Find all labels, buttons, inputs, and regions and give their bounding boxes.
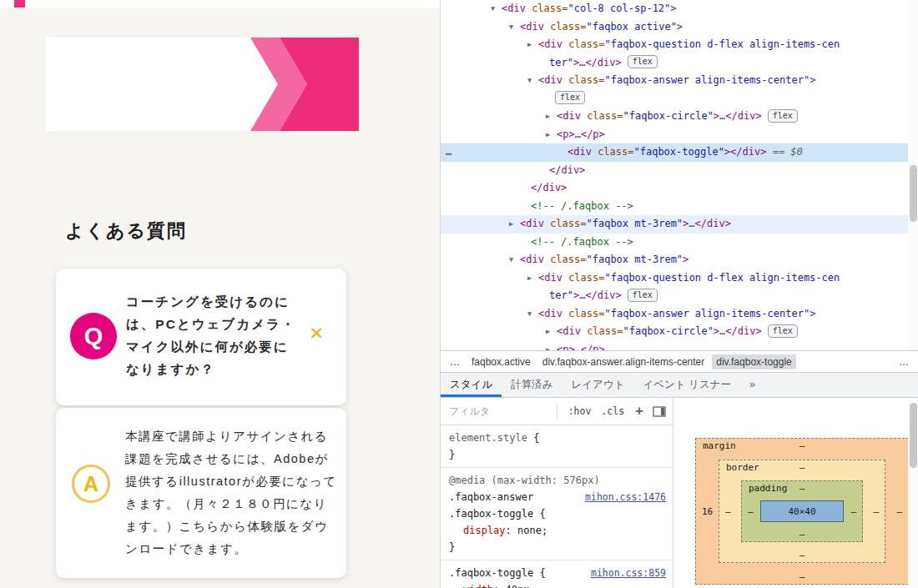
tree-row[interactable]: ▶<p>…</p> [441,126,908,144]
new-style-rule-button[interactable]: + [635,403,643,420]
tree-row[interactable]: ter">…</div>flex [441,54,908,73]
tree-row[interactable]: ▶<div class="faqbox-question d-flex alig… [441,36,908,54]
tree-row[interactable]: ▶<div class="faqbox-circle">…</div>flex [441,323,908,341]
elements-scrollbar[interactable] [908,0,918,350]
toolbar-divider [557,405,557,418]
flex-badge[interactable]: flex [628,289,658,302]
margin-bottom-value: – [696,571,908,582]
margin-left-value: 16 [702,506,713,517]
breadcrumb-item[interactable]: div.faqbox-toggle [712,354,796,369]
tree-row[interactable]: ▼<div class="faqbox active"> [441,18,908,37]
scrollbar-thumb[interactable] [910,165,917,222]
collapse-arrow-icon[interactable]: ▼ [509,18,520,37]
tree-row[interactable]: ▼<div class="faqbox-answer align-items-c… [441,305,908,324]
tree-row[interactable]: </div> [441,162,908,180]
stylesheet-link[interactable]: mihon.css:1476 [585,489,666,505]
flex-badge[interactable]: flex [628,55,658,68]
box-model-padding[interactable]: padding – – – – 40×40 [741,480,863,542]
border-left-value: – [725,506,731,517]
flex-badge[interactable]: flex [768,109,798,123]
breadcrumb-item[interactable]: … [446,354,464,369]
close-icon[interactable]: ✕ [309,324,324,344]
tree-row[interactable]: ▼<div class="faqbox-answer align-items-c… [441,72,908,90]
style-rule-line[interactable]: width: 40px; [449,581,666,588]
border-right-value: – [873,506,879,517]
toolbar-buttons: :hov.cls+ [563,403,649,420]
collapse-arrow-icon[interactable]: ▼ [509,251,520,269]
expand-arrow-icon[interactable]: ▶ [527,36,538,54]
flex-badge[interactable]: flex [555,91,585,104]
expand-arrow-icon[interactable]: ▶ [509,215,520,234]
style-rule-line[interactable]: element.style { [449,430,666,446]
stylesheet-link[interactable]: mihon.css:859 [591,565,666,581]
question-badge: Q [70,313,117,359]
tree-row[interactable]: <!-- /.faqbox --> [441,234,908,252]
styles-filter-input[interactable] [441,405,551,417]
expand-arrow-icon[interactable]: ▶ [527,269,538,288]
style-rule-line[interactable]: mihon.css:859.faqbox-toggle { [449,565,666,581]
breadcrumb-item[interactable]: faqbox.active [467,354,535,369]
box-model-content[interactable]: 40×40 [760,500,844,522]
tree-row[interactable]: ▶<div class="faqbox-circle">…</div>flex [441,108,908,126]
collapse-arrow-icon[interactable]: ▼ [527,305,538,324]
margin-right-value: – [896,506,902,517]
expand-arrow-icon[interactable]: ▶ [546,126,557,144]
tree-row[interactable]: </div> [441,179,908,198]
sidebar-tab[interactable]: レイアウト [562,373,633,397]
question-text: コーチングを受けるのには、PCとウェブカメラ・マイク以外に何が必要になりますか？ [126,290,298,380]
border-bottom-value: – [719,550,885,560]
tree-row[interactable]: <!-- /.faqbox --> [441,198,908,216]
box-model-margin[interactable]: margin – – 16 – border – – – – padding –… [695,438,909,585]
style-rule-line[interactable]: mihon.css:1476.faqbox-answer [449,489,666,505]
tree-row[interactable]: ter">…</div>flex [441,287,908,305]
style-rule-line[interactable]: } [449,446,666,463]
row-actions-icon[interactable]: … [446,143,451,162]
devtools-panel: ▼<div class="col-8 col-sp-12">▼<div clas… [440,0,918,588]
faq-page: よくある質問 Q コーチングを受けるのには、PCとウェブカメラ・マイク以外に何が… [0,0,440,588]
page-top-strip [0,0,440,8]
tree-row[interactable]: flex [441,90,908,108]
collapse-arrow-icon[interactable]: ▼ [491,0,502,18]
tree-row[interactable]: ▼<div class="col-8 col-sp-12"> [441,0,908,18]
sidebar-tab[interactable]: イベント リスナー [633,373,740,397]
style-rule-line[interactable]: display: none; [449,522,666,539]
flex-badge[interactable]: flex [768,324,798,338]
tree-row[interactable]: ▶<p>…</p> [441,341,908,351]
sidebar-tab[interactable]: 計算済み [502,373,562,397]
sidebar-tab[interactable]: スタイル [441,373,502,397]
breadcrumb: …faqbox.activediv.faqbox-answer.align-it… [441,350,918,372]
page-title: よくある質問 [65,219,187,244]
style-rule: mihon.css:859.faqbox-toggle {width: 40px… [441,560,673,588]
padding-top-value: – [742,483,862,494]
content-size-value: 40×40 [788,506,815,517]
style-rule-line[interactable]: } [449,539,666,555]
box-model-scrollbar[interactable] [908,398,918,588]
elements-tree: ▼<div class="col-8 col-sp-12">▼<div clas… [441,0,908,350]
margin-top-value: – [696,440,908,451]
style-rule-line[interactable]: @media (max-width: 576px) [449,472,666,489]
tree-row[interactable]: ▶<div class="faqbox-question d-flex alig… [441,269,908,288]
style-rule-line[interactable]: .faqbox-toggle { [449,505,666,522]
styles-rules: element.style {}@media (max-width: 576px… [441,425,673,588]
collapse-arrow-icon[interactable]: ▼ [527,72,538,90]
tree-row[interactable]: …<div class="faqbox-toggle"></div> == $0 [441,143,908,162]
breadcrumb-item[interactable]: div.faqbox-answer.align-items-center [538,354,709,369]
expand-arrow-icon[interactable]: ▶ [546,323,557,341]
tree-row[interactable]: ▼<div class="faqbox mt-3rem"> [441,251,908,269]
box-model-border[interactable]: border – – – – padding – – – – 40×40 [719,460,885,563]
style-rule: element.style {} [441,425,673,468]
expand-arrow-icon[interactable]: ▶ [546,341,557,351]
padding-bottom-value: – [742,529,862,540]
toolbar-button[interactable]: :hov [568,405,592,417]
tree-row[interactable]: ▶<div class="faqbox mt-3rem">…</div> [441,215,908,234]
breadcrumb-item[interactable]: … [895,354,913,369]
faq-question-card[interactable]: Q コーチングを受けるのには、PCとウェブカメラ・マイク以外に何が必要になります… [56,269,346,405]
scrollbar-thumb[interactable] [910,403,917,468]
sidebar-panel-icon[interactable] [653,406,666,417]
pink-fragment [14,0,25,8]
sidebar-tab[interactable]: » [740,373,764,397]
padding-right-value: – [850,506,856,517]
toolbar-button[interactable]: .cls [601,405,624,417]
selected-node-marker: == $0 [766,146,802,158]
expand-arrow-icon[interactable]: ▶ [546,108,557,126]
